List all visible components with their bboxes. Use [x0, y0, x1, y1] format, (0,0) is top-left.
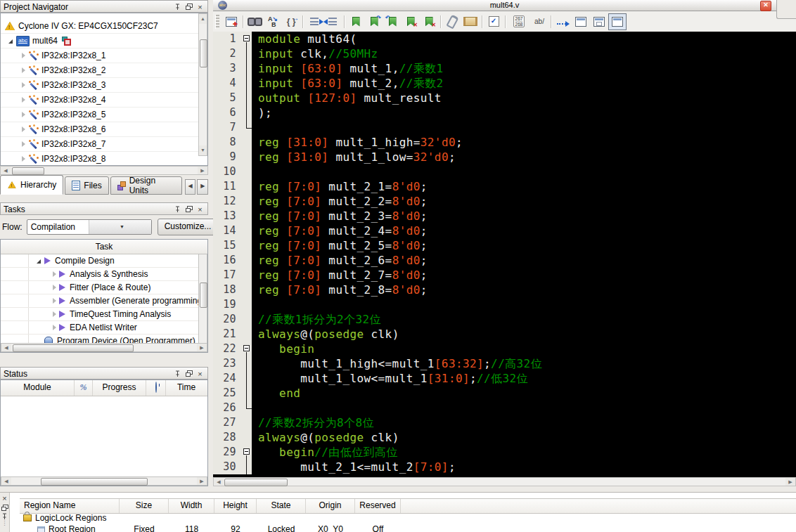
- clear-bookmark-button[interactable]: ✕: [402, 13, 420, 30]
- float-window-icon[interactable]: [0, 503, 9, 512]
- navigator-vscrollbar[interactable]: ▲ ▼: [198, 13, 207, 156]
- col-size[interactable]: Size: [120, 499, 169, 513]
- collapsed-arrow-icon[interactable]: [22, 97, 25, 103]
- status-hscrollbar[interactable]: ◀ ▶: [1, 476, 207, 486]
- col-reserved[interactable]: Reserved: [355, 499, 401, 513]
- code-area[interactable]: 1module mult64(2input clk,//50MHz3input …: [213, 32, 796, 474]
- tab-scroll-right-icon[interactable]: ▶: [197, 179, 208, 195]
- tree-item-instance[interactable]: IP32x8:IP32x8_1: [1, 48, 207, 63]
- task-row[interactable]: TimeQuest Timing Analysis: [1, 308, 207, 321]
- tree-item-top-module[interactable]: abc mult64: [1, 34, 207, 48]
- toggle-bookmark-button[interactable]: [347, 13, 365, 30]
- toolbar-grip[interactable]: [215, 15, 219, 29]
- code-line[interactable]: 24 mult_1_low<=mult_1[31:0];//低32位: [213, 371, 796, 386]
- tasks-hscrollbar[interactable]: ◀ ▶: [1, 343, 207, 352]
- pin-icon[interactable]: [173, 3, 182, 11]
- find-button[interactable]: [245, 13, 264, 30]
- code-line[interactable]: 23 mult_1_high<=mult_1[63:32];//高32位: [213, 356, 796, 371]
- collapsed-arrow-icon[interactable]: [22, 82, 25, 88]
- status-col-time[interactable]: Time: [166, 380, 207, 396]
- code-line[interactable]: 2input clk,//50MHz: [213, 46, 796, 61]
- tab-scroll-left-icon[interactable]: ◀: [185, 179, 196, 195]
- customize-button[interactable]: Customize...: [158, 219, 219, 235]
- code-line[interactable]: 26: [213, 401, 796, 415]
- float-window-icon[interactable]: [184, 3, 193, 11]
- tree-item-instance[interactable]: IP32x8:IP32x8_4: [1, 93, 207, 108]
- float-window-icon[interactable]: [184, 205, 193, 214]
- code-line[interactable]: 9reg [31:0] mult_1_low=32'd0;: [213, 150, 796, 164]
- code-line[interactable]: 21always@(posedge clk): [213, 327, 796, 342]
- task-row[interactable]: Compile Design: [1, 254, 207, 268]
- indent-button[interactable]: [305, 13, 323, 30]
- code-line[interactable]: 8reg [31:0] mult_1_high=32'd0;: [213, 135, 796, 150]
- fold-marker-icon[interactable]: [242, 32, 252, 46]
- collapsed-arrow-icon[interactable]: [53, 311, 56, 317]
- tab-design-units[interactable]: Design Units: [110, 176, 182, 195]
- tree-item-instance[interactable]: IP32x8:IP32x8_2: [1, 63, 207, 78]
- code-line[interactable]: 17reg [7:0] mult_2_7=8'd0;: [213, 268, 796, 283]
- tab-hierarchy[interactable]: ! Hierarchy: [0, 175, 63, 195]
- code-line[interactable]: 12reg [7:0] mult_2_2=8'd0;: [213, 194, 796, 209]
- code-line[interactable]: 5output [127:0] mult_result: [213, 91, 796, 105]
- status-col-clock[interactable]: [146, 380, 166, 396]
- chevron-down-icon[interactable]: ▼: [89, 220, 151, 234]
- collapsed-arrow-icon[interactable]: [53, 325, 56, 330]
- code-line[interactable]: 27//乘数2拆分为8个8位: [213, 415, 796, 430]
- collapsed-arrow-icon[interactable]: [22, 53, 25, 58]
- analyze-file-button[interactable]: ✓: [484, 13, 503, 30]
- tree-item-instance[interactable]: IP32x8:IP32x8_6: [1, 122, 207, 137]
- code-line[interactable]: 22 begin: [213, 342, 796, 356]
- tab-files[interactable]: Files: [65, 176, 108, 195]
- drag-handle[interactable]: ⋮: [1, 521, 8, 525]
- code-line[interactable]: 3input [63:0] mult_1,//乘数1: [213, 61, 796, 76]
- insert-template-button[interactable]: [461, 13, 480, 30]
- match-brace-button[interactable]: { }→: [282, 13, 300, 30]
- next-bookmark-button[interactable]: ↷: [365, 13, 383, 30]
- tree-item-instance[interactable]: IP32x8:IP32x8_3: [1, 78, 207, 93]
- code-line[interactable]: 13reg [7:0] mult_2_3=8'd0;: [213, 209, 796, 223]
- replace-button[interactable]: A↘ B: [264, 13, 282, 30]
- fold-marker-icon[interactable]: [242, 342, 252, 356]
- status-col-progress[interactable]: Progress: [93, 380, 146, 396]
- editor-close-icon[interactable]: ✕: [760, 1, 771, 11]
- code-line[interactable]: 30 mult_2_1<=mult_2[7:0];: [213, 460, 796, 474]
- col-height[interactable]: Height: [214, 499, 257, 513]
- toggle-line-numbers-button[interactable]: 267 268: [508, 13, 530, 30]
- tree-item-device[interactable]: ! Cyclone IV GX: EP4CGX150CF23C7: [1, 19, 207, 34]
- tree-item-instance[interactable]: IP32x8:IP32x8_5: [1, 108, 207, 122]
- flow-select[interactable]: Compilation ▼: [27, 219, 152, 235]
- clear-all-bookmarks-button[interactable]: ✕: [420, 13, 438, 30]
- close-icon[interactable]: ×: [195, 3, 205, 11]
- toggle-comment-button[interactable]: ab/: [530, 13, 548, 30]
- view-mode-2-button[interactable]: [590, 13, 608, 30]
- collapsed-arrow-icon[interactable]: [22, 126, 25, 132]
- task-row[interactable]: Fitter (Place & Route): [1, 281, 207, 294]
- collapsed-arrow-icon[interactable]: [22, 156, 25, 162]
- expanded-arrow-icon[interactable]: [8, 39, 13, 44]
- col-origin[interactable]: Origin: [306, 499, 355, 513]
- code-line[interactable]: 7: [213, 120, 796, 135]
- navigator-hscrollbar[interactable]: ◀ ▶: [0, 166, 208, 175]
- code-line[interactable]: 15reg [7:0] mult_2_5=8'd0;: [213, 238, 796, 253]
- collapsed-arrow-icon[interactable]: [53, 271, 56, 277]
- tree-item-instance[interactable]: IP32x8:IP32x8_8: [1, 152, 207, 166]
- tasks-vscrollbar[interactable]: [198, 254, 207, 344]
- code-line[interactable]: 18reg [7:0] mult_2_8=8'd0;: [213, 283, 796, 297]
- unindent-button[interactable]: [323, 13, 342, 30]
- close-icon[interactable]: ×: [0, 494, 9, 502]
- tree-item-instance[interactable]: IP32x8:IP32x8_7: [1, 137, 207, 152]
- collapsed-arrow-icon[interactable]: [22, 112, 25, 117]
- task-row[interactable]: EDA Netlist Writer: [1, 321, 207, 335]
- view-mode-3-button[interactable]: [608, 13, 627, 30]
- region-row[interactable]: Root RegionFixed11892LockedX0_Y0Off: [20, 524, 796, 532]
- code-line[interactable]: 20//乘数1拆分为2个32位: [213, 312, 796, 327]
- insert-file-button[interactable]: [443, 13, 461, 30]
- collapsed-arrow-icon[interactable]: [53, 285, 56, 290]
- code-line[interactable]: 29 begin//由低位到高位: [213, 445, 796, 460]
- close-icon[interactable]: ×: [195, 205, 205, 214]
- float-window-icon[interactable]: [184, 370, 193, 378]
- code-line[interactable]: 1module mult64(: [213, 32, 796, 46]
- code-line[interactable]: 10: [213, 164, 796, 179]
- col-state[interactable]: State: [257, 499, 306, 513]
- goto-button[interactable]: [553, 13, 572, 30]
